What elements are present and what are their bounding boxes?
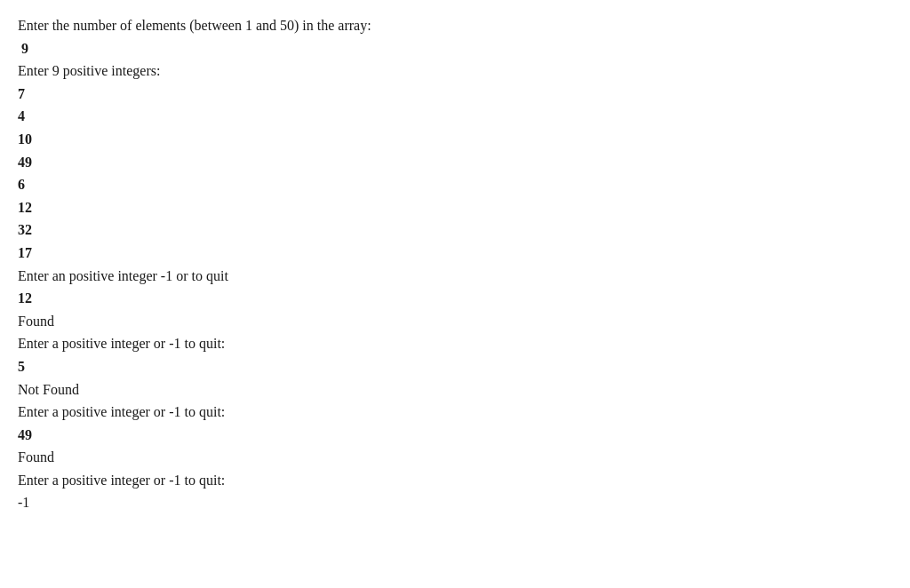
prompt-4: Enter a positive integer or -1 to quit:: [18, 332, 892, 355]
input-9: 17: [18, 242, 892, 265]
prompt-3: Enter an positive integer -1 or to quit: [18, 265, 892, 288]
input-13: -1: [18, 491, 892, 514]
input-1: 9: [18, 37, 892, 60]
input-8: 32: [18, 219, 892, 242]
input-7: 12: [18, 196, 892, 219]
prompt-1: Enter the number of elements (between 1 …: [18, 14, 892, 37]
input-10: 12: [18, 287, 892, 310]
prompt-6: Enter a positive integer or -1 to quit:: [18, 469, 892, 492]
result-2: Not Found: [18, 378, 892, 401]
input-12: 49: [18, 424, 892, 447]
result-1: Found: [18, 310, 892, 333]
result-3: Found: [18, 446, 892, 469]
prompt-5: Enter a positive integer or -1 to quit:: [18, 401, 892, 424]
prompt-2: Enter 9 positive integers:: [18, 60, 892, 83]
input-4: 10: [18, 128, 892, 151]
input-5: 49: [18, 151, 892, 174]
input-2: 7: [18, 83, 892, 106]
input-11: 5: [18, 355, 892, 378]
input-3: 4: [18, 105, 892, 128]
input-6: 6: [18, 173, 892, 196]
terminal-output: Enter the number of elements (between 1 …: [18, 14, 892, 514]
